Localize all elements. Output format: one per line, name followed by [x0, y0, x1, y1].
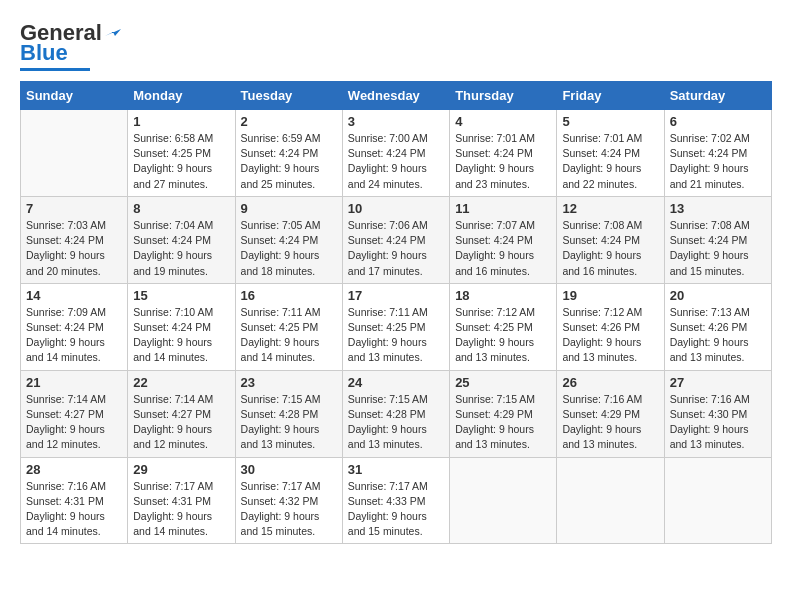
calendar-cell [664, 457, 771, 544]
day-number: 1 [133, 114, 229, 129]
day-info: Sunrise: 7:12 AM Sunset: 4:25 PM Dayligh… [455, 305, 551, 366]
calendar-header-row: SundayMondayTuesdayWednesdayThursdayFrid… [21, 82, 772, 110]
calendar-cell: 3Sunrise: 7:00 AM Sunset: 4:24 PM Daylig… [342, 110, 449, 197]
day-info: Sunrise: 7:08 AM Sunset: 4:24 PM Dayligh… [562, 218, 658, 279]
calendar-cell: 8Sunrise: 7:04 AM Sunset: 4:24 PM Daylig… [128, 196, 235, 283]
day-number: 10 [348, 201, 444, 216]
logo-underline [20, 68, 90, 71]
day-info: Sunrise: 7:11 AM Sunset: 4:25 PM Dayligh… [241, 305, 337, 366]
column-header-thursday: Thursday [450, 82, 557, 110]
calendar-cell: 17Sunrise: 7:11 AM Sunset: 4:25 PM Dayli… [342, 283, 449, 370]
day-info: Sunrise: 7:14 AM Sunset: 4:27 PM Dayligh… [26, 392, 122, 453]
day-info: Sunrise: 7:10 AM Sunset: 4:24 PM Dayligh… [133, 305, 229, 366]
day-number: 27 [670, 375, 766, 390]
day-info: Sunrise: 7:01 AM Sunset: 4:24 PM Dayligh… [455, 131, 551, 192]
logo-bird-icon [103, 22, 121, 40]
day-info: Sunrise: 7:02 AM Sunset: 4:24 PM Dayligh… [670, 131, 766, 192]
day-number: 28 [26, 462, 122, 477]
calendar-week-row: 21Sunrise: 7:14 AM Sunset: 4:27 PM Dayli… [21, 370, 772, 457]
column-header-saturday: Saturday [664, 82, 771, 110]
calendar-cell: 1Sunrise: 6:58 AM Sunset: 4:25 PM Daylig… [128, 110, 235, 197]
day-number: 4 [455, 114, 551, 129]
calendar-cell: 23Sunrise: 7:15 AM Sunset: 4:28 PM Dayli… [235, 370, 342, 457]
day-info: Sunrise: 7:00 AM Sunset: 4:24 PM Dayligh… [348, 131, 444, 192]
day-info: Sunrise: 7:16 AM Sunset: 4:31 PM Dayligh… [26, 479, 122, 540]
calendar-cell: 19Sunrise: 7:12 AM Sunset: 4:26 PM Dayli… [557, 283, 664, 370]
calendar-cell: 25Sunrise: 7:15 AM Sunset: 4:29 PM Dayli… [450, 370, 557, 457]
calendar-week-row: 28Sunrise: 7:16 AM Sunset: 4:31 PM Dayli… [21, 457, 772, 544]
day-number: 7 [26, 201, 122, 216]
logo: General Blue [20, 20, 121, 71]
day-number: 21 [26, 375, 122, 390]
day-number: 15 [133, 288, 229, 303]
day-number: 29 [133, 462, 229, 477]
calendar-cell: 14Sunrise: 7:09 AM Sunset: 4:24 PM Dayli… [21, 283, 128, 370]
day-info: Sunrise: 7:16 AM Sunset: 4:30 PM Dayligh… [670, 392, 766, 453]
day-info: Sunrise: 7:04 AM Sunset: 4:24 PM Dayligh… [133, 218, 229, 279]
calendar-cell [450, 457, 557, 544]
day-number: 22 [133, 375, 229, 390]
day-number: 19 [562, 288, 658, 303]
column-header-friday: Friday [557, 82, 664, 110]
calendar-cell: 16Sunrise: 7:11 AM Sunset: 4:25 PM Dayli… [235, 283, 342, 370]
day-info: Sunrise: 6:58 AM Sunset: 4:25 PM Dayligh… [133, 131, 229, 192]
calendar-cell: 4Sunrise: 7:01 AM Sunset: 4:24 PM Daylig… [450, 110, 557, 197]
day-info: Sunrise: 7:16 AM Sunset: 4:29 PM Dayligh… [562, 392, 658, 453]
day-number: 31 [348, 462, 444, 477]
calendar-cell: 15Sunrise: 7:10 AM Sunset: 4:24 PM Dayli… [128, 283, 235, 370]
calendar-cell: 30Sunrise: 7:17 AM Sunset: 4:32 PM Dayli… [235, 457, 342, 544]
calendar-cell: 10Sunrise: 7:06 AM Sunset: 4:24 PM Dayli… [342, 196, 449, 283]
day-number: 3 [348, 114, 444, 129]
day-number: 25 [455, 375, 551, 390]
column-header-monday: Monday [128, 82, 235, 110]
calendar-cell: 7Sunrise: 7:03 AM Sunset: 4:24 PM Daylig… [21, 196, 128, 283]
day-number: 14 [26, 288, 122, 303]
day-info: Sunrise: 7:14 AM Sunset: 4:27 PM Dayligh… [133, 392, 229, 453]
day-number: 16 [241, 288, 337, 303]
day-number: 17 [348, 288, 444, 303]
day-number: 9 [241, 201, 337, 216]
calendar-cell: 28Sunrise: 7:16 AM Sunset: 4:31 PM Dayli… [21, 457, 128, 544]
calendar-cell: 29Sunrise: 7:17 AM Sunset: 4:31 PM Dayli… [128, 457, 235, 544]
calendar-cell: 13Sunrise: 7:08 AM Sunset: 4:24 PM Dayli… [664, 196, 771, 283]
day-info: Sunrise: 7:05 AM Sunset: 4:24 PM Dayligh… [241, 218, 337, 279]
day-number: 2 [241, 114, 337, 129]
calendar-cell [21, 110, 128, 197]
day-info: Sunrise: 7:06 AM Sunset: 4:24 PM Dayligh… [348, 218, 444, 279]
page-header: General Blue [20, 20, 772, 71]
day-number: 20 [670, 288, 766, 303]
day-info: Sunrise: 7:09 AM Sunset: 4:24 PM Dayligh… [26, 305, 122, 366]
day-number: 6 [670, 114, 766, 129]
calendar-cell: 22Sunrise: 7:14 AM Sunset: 4:27 PM Dayli… [128, 370, 235, 457]
calendar-cell: 6Sunrise: 7:02 AM Sunset: 4:24 PM Daylig… [664, 110, 771, 197]
calendar-week-row: 1Sunrise: 6:58 AM Sunset: 4:25 PM Daylig… [21, 110, 772, 197]
calendar-cell: 2Sunrise: 6:59 AM Sunset: 4:24 PM Daylig… [235, 110, 342, 197]
calendar-cell: 9Sunrise: 7:05 AM Sunset: 4:24 PM Daylig… [235, 196, 342, 283]
calendar-week-row: 7Sunrise: 7:03 AM Sunset: 4:24 PM Daylig… [21, 196, 772, 283]
day-info: Sunrise: 7:13 AM Sunset: 4:26 PM Dayligh… [670, 305, 766, 366]
day-info: Sunrise: 7:07 AM Sunset: 4:24 PM Dayligh… [455, 218, 551, 279]
calendar-cell: 26Sunrise: 7:16 AM Sunset: 4:29 PM Dayli… [557, 370, 664, 457]
svg-marker-0 [105, 29, 121, 36]
calendar-cell: 21Sunrise: 7:14 AM Sunset: 4:27 PM Dayli… [21, 370, 128, 457]
calendar-cell [557, 457, 664, 544]
calendar-cell: 31Sunrise: 7:17 AM Sunset: 4:33 PM Dayli… [342, 457, 449, 544]
day-number: 23 [241, 375, 337, 390]
day-info: Sunrise: 7:15 AM Sunset: 4:28 PM Dayligh… [241, 392, 337, 453]
calendar-cell: 12Sunrise: 7:08 AM Sunset: 4:24 PM Dayli… [557, 196, 664, 283]
day-number: 5 [562, 114, 658, 129]
day-info: Sunrise: 7:03 AM Sunset: 4:24 PM Dayligh… [26, 218, 122, 279]
day-number: 26 [562, 375, 658, 390]
day-number: 13 [670, 201, 766, 216]
day-info: Sunrise: 7:17 AM Sunset: 4:32 PM Dayligh… [241, 479, 337, 540]
day-number: 30 [241, 462, 337, 477]
logo-blue: Blue [20, 40, 68, 66]
day-info: Sunrise: 7:01 AM Sunset: 4:24 PM Dayligh… [562, 131, 658, 192]
calendar-cell: 11Sunrise: 7:07 AM Sunset: 4:24 PM Dayli… [450, 196, 557, 283]
column-header-wednesday: Wednesday [342, 82, 449, 110]
calendar-cell: 27Sunrise: 7:16 AM Sunset: 4:30 PM Dayli… [664, 370, 771, 457]
day-number: 18 [455, 288, 551, 303]
column-header-tuesday: Tuesday [235, 82, 342, 110]
day-info: Sunrise: 7:17 AM Sunset: 4:33 PM Dayligh… [348, 479, 444, 540]
day-number: 24 [348, 375, 444, 390]
